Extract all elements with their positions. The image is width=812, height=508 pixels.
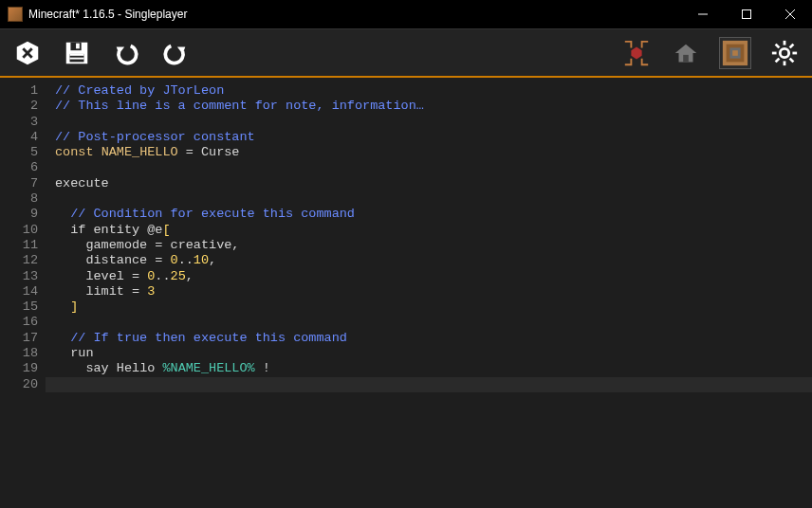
svg-rect-21 [732,50,738,56]
window-close-button[interactable] [768,0,812,28]
code-line[interactable]: // This line is a comment for note, info… [55,99,812,114]
svg-marker-15 [631,46,641,59]
close-editor-button[interactable] [11,37,44,69]
editor-toolbar [0,28,812,78]
gear-icon [770,39,799,67]
code-line[interactable]: run [55,346,812,361]
svg-rect-9 [76,43,80,48]
code-line[interactable]: // If true then execute this command [55,331,812,346]
window-title: Minecraft* 1.16.5 - Singleplayer [28,8,187,21]
code-area[interactable]: // Created by JTorLeon// This line is a … [46,78,812,508]
code-line[interactable]: gamemode = creative, [55,238,812,253]
settings-button[interactable] [768,37,801,69]
close-editor-icon [13,39,42,67]
code-line[interactable]: say Hello %NAME_HELLO% ! [55,361,812,376]
window-titlebar: Minecraft* 1.16.5 - Singleplayer [0,0,812,28]
svg-point-22 [780,48,788,57]
line-number: 13 [0,269,38,284]
code-line[interactable]: // Created by JTorLeon [55,83,812,99]
line-number-gutter: 1234567891011121314151617181920 [0,78,46,508]
save-button[interactable] [61,37,93,69]
maximize-icon [742,9,751,19]
svg-line-28 [790,58,794,62]
line-number: 17 [0,331,38,346]
commandblock-icon [721,39,749,67]
code-line[interactable]: execute [55,176,812,191]
code-line[interactable] [55,191,812,207]
code-line[interactable]: // Condition for execute this command [55,207,812,222]
svg-rect-12 [70,57,84,59]
line-number: 20 [0,377,38,392]
redo-icon [161,39,190,67]
line-number: 8 [0,191,38,207]
svg-line-30 [776,58,780,62]
close-icon [785,9,795,19]
code-line[interactable] [55,160,812,175]
line-number: 15 [0,299,38,315]
line-number: 11 [0,238,38,253]
svg-rect-1 [743,10,751,19]
svg-rect-17 [683,54,689,62]
code-line[interactable]: distance = 0..10, [55,253,812,268]
line-number: 6 [0,160,38,175]
undo-icon [112,39,140,67]
undo-button[interactable] [110,37,142,69]
svg-rect-11 [70,53,84,55]
code-line[interactable] [55,315,812,330]
redstone-button[interactable] [620,37,653,69]
window-maximize-button[interactable] [725,0,768,28]
code-line[interactable]: // Post-processor constant [55,130,812,145]
code-line[interactable] [55,377,812,392]
save-icon [63,39,91,67]
code-line[interactable]: ] [55,299,812,315]
minimize-icon [698,9,708,19]
line-number: 19 [0,361,38,376]
line-number: 12 [0,253,38,268]
line-number: 14 [0,284,38,299]
line-number: 5 [0,145,38,160]
line-number: 16 [0,315,38,330]
line-number: 1 [0,83,38,99]
home-icon [672,39,700,67]
code-line[interactable]: limit = 3 [55,284,812,299]
code-line[interactable]: const NAME_HELLO = Curse [55,145,812,160]
line-number: 7 [0,176,38,191]
code-editor[interactable]: 1234567891011121314151617181920 // Creat… [0,78,812,508]
app-icon [8,7,23,22]
code-line[interactable]: if entity @e[ [55,223,812,238]
svg-line-29 [790,44,794,47]
code-line[interactable] [55,115,812,130]
code-line[interactable]: level = 0..25, [55,269,812,284]
line-number: 4 [0,130,38,145]
line-number: 18 [0,346,38,361]
line-number: 2 [0,99,38,114]
svg-line-27 [776,44,780,47]
line-number: 3 [0,115,38,130]
commandblock-button[interactable] [719,37,751,69]
window-minimize-button[interactable] [681,0,725,28]
line-number: 9 [0,207,38,222]
redstone-icon [622,39,651,67]
home-button[interactable] [670,37,702,69]
line-number: 10 [0,223,38,238]
redo-button[interactable] [159,37,192,69]
